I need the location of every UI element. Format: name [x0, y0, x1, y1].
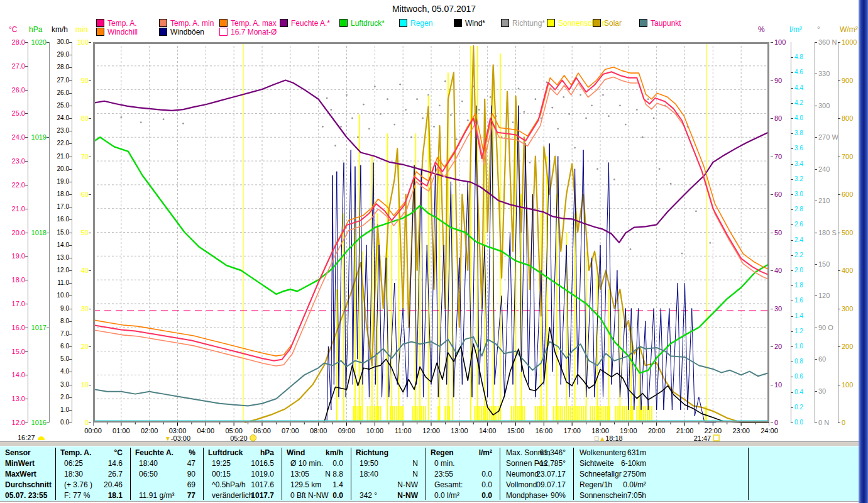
legend-label: Taupunkt — [651, 19, 681, 28]
axis-tick-label-pct: 30 — [774, 305, 801, 312]
x-axis-label-22-00: 22:00 — [705, 427, 722, 434]
x-axis-label-11-00: 11:00 — [395, 427, 412, 434]
table-cell: 06:2514.6 — [57, 458, 128, 469]
tick-rain_lm2 — [791, 72, 793, 73]
tick-pct — [771, 346, 773, 347]
table-divider — [203, 448, 204, 500]
tick-rain_lm2 — [791, 270, 793, 271]
cell-label: 00:15 — [212, 469, 231, 480]
info-label: Neumond — [506, 469, 539, 480]
cell-label: 18:40 — [360, 469, 378, 480]
cell-label: 342 ° — [360, 490, 377, 501]
tick-rain_lm2 — [791, 209, 793, 210]
cell-value: 0.0 — [481, 480, 492, 490]
cell-label: 18:30 — [64, 469, 83, 480]
tick-kmh — [69, 321, 72, 322]
row-label: 05.07. 23:55 — [5, 490, 47, 501]
table-info-cell: Mondphase+ 90% — [502, 490, 571, 501]
tick-solar_wm2 — [838, 423, 840, 423]
table-bottom-line — [0, 501, 859, 502]
legend-swatch-icon — [399, 19, 407, 27]
axis-tick-label-temp_c: 26.0 — [1, 86, 25, 94]
table-row-label: Sensor — [1, 448, 54, 458]
table-col-header-regen: Regenl/m² — [427, 448, 497, 458]
legend-swatch-icon — [159, 28, 167, 36]
tick-rain_lm2 — [791, 407, 793, 408]
cell-value: 69 — [187, 480, 195, 490]
table-col-header-feuchte-a-: Feuchte A.% — [131, 448, 201, 458]
tick-sun_min — [89, 233, 91, 233]
axis-tick-label-hpa: 1020 — [23, 38, 47, 46]
table-cell: 0.0 l/m²0.0 — [427, 490, 497, 501]
axis-tick-label-kmh: 25.0 — [45, 102, 69, 109]
info-label: Regen/1h — [580, 480, 612, 490]
tick-rain_lm2 — [791, 316, 793, 317]
axis-tick-label-kmh: 22.0 — [45, 140, 69, 147]
tick-pct — [771, 80, 773, 81]
tick-kmh — [69, 296, 72, 296]
x-axis-label-16-00: 16:00 — [536, 427, 553, 434]
table-cell: 69 — [131, 480, 201, 490]
table-col-header-wind: Windkm/h — [283, 448, 348, 458]
axis-header-sun_min: min — [75, 25, 87, 34]
cell-label: Gesamt: — [434, 480, 463, 490]
axis-tick-label-sun_min: 90 — [65, 77, 89, 84]
x-axis-label-12-00: 12:00 — [422, 427, 440, 434]
axis-tick-label-wind_deg: 300 — [818, 102, 845, 109]
axis-tick-label-sun_min: 70 — [65, 153, 89, 160]
legend-label: Windchill — [107, 28, 138, 36]
info-value: 61,346° — [539, 448, 566, 458]
table-cell: 0 Bft N-NW0.0 — [283, 490, 348, 501]
tick-wind_deg — [815, 233, 817, 233]
legend-item-richtung-: Richtung* — [501, 19, 545, 27]
x-axis-label-21-00: 21:00 — [676, 427, 694, 434]
legend-item-windb-en: Windböen — [159, 28, 204, 36]
tick-temp_c — [25, 90, 28, 91]
axis-tick-label-kmh: 23.0 — [45, 127, 69, 135]
table-cell: ^0.5hPa/h1017.6 — [204, 480, 279, 490]
tick-temp_c — [25, 209, 28, 209]
axis-tick-label-kmh: 5.0 — [45, 355, 69, 363]
info-value: 7:05h — [627, 490, 646, 501]
axis-tick-label-wind_deg: 330 — [818, 70, 845, 77]
x-axis-label-04-00: 04:00 — [197, 427, 215, 434]
tick-wind_deg — [815, 328, 817, 328]
tick-solar_wm2 — [838, 270, 840, 271]
axis-tick-label-temp_c: 19.0 — [1, 252, 25, 260]
table-info-cell: Wolkenunterg631m — [576, 448, 651, 458]
axis-line-rain_lm2 — [791, 42, 791, 423]
axis-tick-label-temp_c: 17.0 — [1, 300, 25, 307]
info-value: 631m — [627, 448, 646, 458]
tick-kmh — [69, 334, 72, 334]
table-cell: veränderlich1017.7 — [204, 490, 279, 501]
axis-tick-label-pct: 90 — [774, 77, 801, 84]
axis-tick-label-rain_lm2: 2.0 — [794, 267, 821, 274]
x-axis-label-05-00: 05:00 — [225, 427, 243, 434]
axis-tick-label-temp_c: 14.0 — [1, 371, 25, 379]
info-value: 23.07.17 — [536, 469, 566, 480]
weather-station-window: Mittwoch, 05.07.2017 Temp. A.Temp. A. mi… — [0, 0, 868, 503]
col-unit: % — [189, 448, 195, 458]
tick-sun_min — [89, 157, 91, 157]
axis-tick-label-wind_deg: 360 N — [818, 38, 845, 46]
x-axis-label-18-00: 18:00 — [591, 427, 609, 434]
tick-solar_wm2 — [838, 385, 840, 385]
row-label: Sensor — [5, 448, 31, 458]
cell-value: 47 — [187, 458, 195, 469]
table-info-cell: Max. Sonnen61,346° — [502, 448, 571, 458]
cell-label: 0 Bft N-NW — [290, 490, 329, 501]
legend-item-windchill: Windchill — [96, 28, 138, 36]
axis-tick-label-rain_lm2: 4.0 — [794, 114, 821, 122]
tick-temp_c — [25, 399, 28, 399]
axis-tick-label-wind_deg: 240 — [818, 165, 845, 173]
table-info-cell: Sonnen Pos-12,785° — [502, 458, 571, 469]
tick-rain_lm2 — [791, 164, 793, 165]
axis-tick-label-kmh: 17.0 — [45, 203, 69, 211]
sun-icon — [250, 434, 256, 441]
x-axis-label-23-00: 23:00 — [732, 427, 750, 434]
row-label: Durchschnitt — [5, 480, 52, 490]
tick-solar_wm2 — [838, 80, 840, 81]
axis-tick-label-rain_lm2: 4.4 — [794, 84, 821, 92]
table-row-label: MaxWert — [1, 469, 54, 480]
tick-wind_deg — [815, 42, 817, 43]
